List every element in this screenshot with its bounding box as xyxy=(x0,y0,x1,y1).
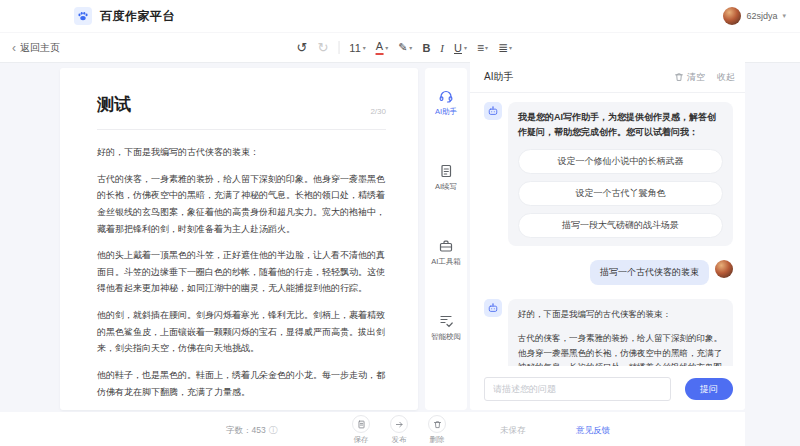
feedback-link[interactable]: 意见反馈 xyxy=(576,425,610,437)
trash-icon xyxy=(433,420,442,429)
app-root: 百度作家平台 62sjdya ▾ ‹ 返回主页 ↺ ↻ 11▾ A▾ ✎▾ xyxy=(0,0,800,446)
sidebar-item-ai-continue[interactable]: AI续写 xyxy=(425,163,467,192)
sidebar-item-proofread[interactable]: 智能校阅 xyxy=(425,313,467,342)
ai-assistant-panel: AI助手 清空 收起 xyxy=(470,62,745,410)
info-icon: ⓘ xyxy=(269,424,278,437)
app-header: 百度作家平台 62sjdya ▾ xyxy=(0,0,800,32)
ai-tools-sidebar: AI助手 AI续写 AI工具箱 智能校阅 xyxy=(425,68,467,410)
word-count: 字数：453 ⓘ xyxy=(226,424,278,437)
publish-button[interactable]: 发布 xyxy=(381,415,417,445)
publish-arrow-icon xyxy=(395,420,404,429)
sidebar-item-ai-toolbox[interactable]: AI工具箱 xyxy=(425,238,467,267)
sidebar-item-label: 智能校阅 xyxy=(425,332,467,342)
title-char-counter: 2/30 xyxy=(370,107,386,116)
user-message: 描写一个古代侠客的装束 xyxy=(484,260,733,286)
font-color-button[interactable]: A▾ xyxy=(376,41,388,55)
chevron-down-icon: ▾ xyxy=(782,12,786,20)
undo-button[interactable]: ↺ xyxy=(297,41,308,54)
ai-reply-paragraph: 古代的侠客，一身素雅的装扮，给人留下深刻的印象。他身穿一袭墨黑色的长袍，仿佛夜空… xyxy=(518,331,723,366)
user-menu[interactable]: 62sjdya ▾ xyxy=(723,0,786,32)
document-editor[interactable]: 好的，下面是我编写的古代侠客的装束： 古代的侠客，一身素雅的装扮，给人留下深刻的… xyxy=(97,130,386,410)
sidebar-item-label: AI助手 xyxy=(425,107,467,117)
chevron-down-icon: ▾ xyxy=(385,44,388,51)
align-button[interactable]: ≡▾ xyxy=(477,41,488,55)
baidu-paw-logo-icon xyxy=(74,7,92,25)
back-home-link[interactable]: ‹ 返回主页 xyxy=(12,33,60,62)
paragraph: 古代的侠客，一身素雅的装扮，给人留下深刻的印象。他身穿一袭墨黑色的长袍，仿佛夜空… xyxy=(97,171,386,238)
ask-button[interactable]: 提问 xyxy=(685,378,733,400)
ai-message: 我是您的AI写作助手，为您提供创作灵感，解答创作疑问，帮助您完成创作。您可以试着… xyxy=(484,102,733,246)
chevron-left-icon: ‹ xyxy=(12,43,16,53)
save-button[interactable]: 保存 xyxy=(343,415,379,445)
paragraph: 好的，下面是我编写的古代侠客的装束： xyxy=(97,144,386,161)
chat-input-row: 提问 xyxy=(484,377,733,401)
proofread-check-icon xyxy=(438,313,454,329)
toolbox-icon xyxy=(438,238,454,254)
robot-avatar-icon xyxy=(484,299,502,317)
ai-panel-title: AI助手 xyxy=(484,62,513,92)
font-size-select[interactable]: 11▾ xyxy=(349,42,365,54)
editor-toolbar: ‹ 返回主页 ↺ ↻ 11▾ A▾ ✎▾ B I U▾ ≡▾ xyxy=(0,32,800,63)
collapse-panel-button[interactable]: 收起 xyxy=(717,71,735,84)
user-avatar xyxy=(715,260,733,278)
chevron-down-icon: ▾ xyxy=(409,44,412,51)
chat-history: 我是您的AI写作助手，为您提供创作灵感，解答创作疑问，帮助您完成创作。您可以试着… xyxy=(470,92,745,366)
user-message-bubble: 描写一个古代侠客的装束 xyxy=(590,260,709,286)
sidebar-item-label: AI工具箱 xyxy=(425,257,467,267)
status-bar: 字数：453 ⓘ 保存 发布 xyxy=(0,412,745,446)
paragraph: 他的鞋子，也是黑色的。鞋面上，绣着几朵金色的小龙。每一步走动，都仿佛有龙在脚下翻… xyxy=(97,367,386,400)
format-group: ↺ ↻ 11▾ A▾ ✎▾ B I U▾ ≡▾ ≣▾ xyxy=(297,33,513,62)
sidebar-item-ai-assistant[interactable]: AI助手 xyxy=(425,88,467,117)
back-home-label: 返回主页 xyxy=(20,41,60,55)
user-avatar[interactable] xyxy=(723,7,741,25)
toolbar-divider xyxy=(338,41,339,54)
trash-icon xyxy=(674,72,684,82)
robot-avatar-icon xyxy=(484,102,502,120)
suggestion-chip[interactable]: 描写一段大气磅礴的战斗场景 xyxy=(518,213,723,238)
question-input[interactable] xyxy=(484,377,671,401)
paragraph: 他的头上戴着一顶黑色的斗笠，正好遮住他的半边脸，让人看不清他的真面目。斗笠的边缘… xyxy=(97,247,386,297)
italic-button[interactable]: I xyxy=(440,42,444,54)
username: 62sjdya xyxy=(746,11,777,21)
ai-panel-header: AI助手 清空 收起 xyxy=(470,62,745,93)
document-title[interactable]: 测试 xyxy=(97,93,131,116)
underline-button[interactable]: U▾ xyxy=(454,42,467,54)
suggestion-chip[interactable]: 设定一个古代丫鬟角色 xyxy=(518,181,723,206)
chevron-down-icon: ▾ xyxy=(363,44,366,51)
ai-message: 好的，下面是我编写的古代侠客的装束： 古代的侠客，一身素雅的装扮，给人留下深刻的… xyxy=(484,299,733,366)
ai-intro-text: 我是您的AI写作助手，为您提供创作灵感，解答创作疑问，帮助您完成创作。您可以试着… xyxy=(518,110,723,140)
headset-icon xyxy=(438,88,454,104)
highlight-color-button[interactable]: ✎▾ xyxy=(398,41,412,54)
redo-button[interactable]: ↻ xyxy=(317,41,328,54)
brand[interactable]: 百度作家平台 xyxy=(74,0,175,32)
suggestion-chip[interactable]: 设定一个修仙小说中的长柄武器 xyxy=(518,149,723,174)
document-title-row: 测试 2/30 xyxy=(97,93,386,130)
ai-reply-paragraph: 好的，下面是我编写的古代侠客的装束： xyxy=(518,307,723,321)
document-icon xyxy=(438,163,454,179)
save-doc-icon xyxy=(357,420,366,429)
clear-chat-button[interactable]: 清空 xyxy=(674,71,705,84)
document-card: 测试 2/30 好的，下面是我编写的古代侠客的装束： 古代的侠客，一身素雅的装扮… xyxy=(60,68,418,410)
app-title: 百度作家平台 xyxy=(100,8,175,25)
bold-button[interactable]: B xyxy=(422,42,430,54)
unsaved-status: 未保存 xyxy=(500,425,526,437)
chevron-down-icon: ▾ xyxy=(464,44,467,51)
paragraph: 他的剑，就斜插在腰间。剑身闪烁着寒光，锋利无比。剑柄上，裹着精致的黑色鲨鱼皮，上… xyxy=(97,307,386,357)
sidebar-item-label: AI续写 xyxy=(425,182,467,192)
delete-button[interactable]: 删除 xyxy=(419,415,455,445)
list-button[interactable]: ≣▾ xyxy=(498,41,512,55)
chevron-down-icon: ▾ xyxy=(509,44,512,51)
chevron-down-icon: ▾ xyxy=(485,44,488,51)
